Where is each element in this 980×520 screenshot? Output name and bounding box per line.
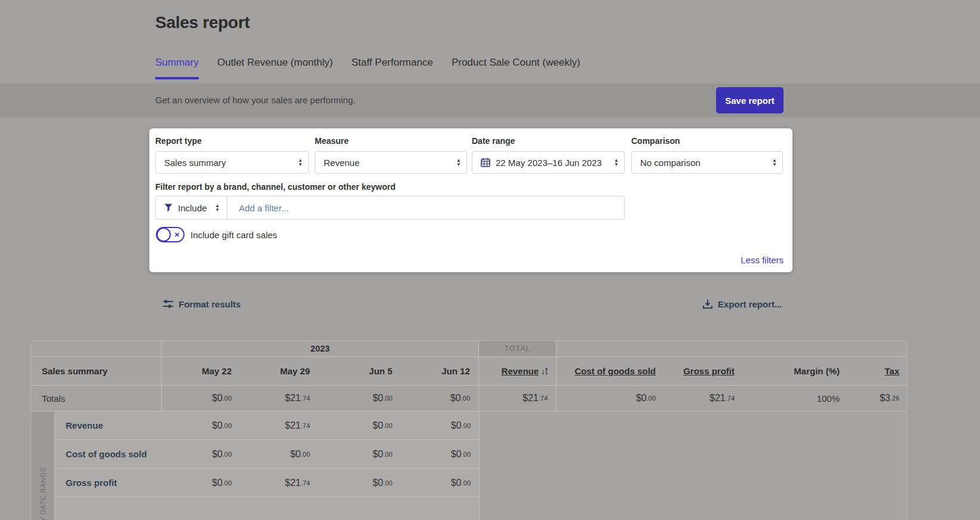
gross-may22: $0.00 (162, 469, 240, 497)
total-header: TOTAL (479, 341, 557, 357)
measure-field: Measure Revenue ▲▼ (315, 136, 467, 174)
comparison-label: Comparison (631, 136, 783, 146)
revenue-may29: $21.74 (240, 411, 318, 440)
gross-may29: $21.74 (240, 469, 318, 497)
less-filters-link[interactable]: Less filters (741, 255, 784, 265)
tab-staff-performance[interactable]: Staff Performance (351, 57, 433, 79)
revenue-jun5: $0.00 (318, 411, 401, 440)
report-type-label: Report type (155, 136, 309, 146)
add-filter-input[interactable] (228, 196, 624, 219)
measure-label: Measure (315, 136, 467, 146)
column-header-revenue[interactable]: Revenue ↓91 (479, 357, 557, 386)
row-label-cogs: Cost of goods sold (55, 440, 162, 469)
totals-tax: $3.26 (848, 386, 907, 411)
download-icon (703, 300, 712, 309)
description-banner: Get an overview of how your sales are pe… (0, 84, 980, 117)
totals-cogs: $0.00 (557, 386, 664, 411)
totals-may22: $0.00 (162, 386, 240, 411)
partial-row (55, 497, 162, 520)
report-type-select[interactable]: Sales summary ▲▼ (155, 151, 309, 174)
report-type-field: Report type Sales summary ▲▼ (155, 136, 309, 174)
date-range-label: Date range (472, 136, 625, 146)
stepper-icon: ▲▼ (215, 204, 220, 212)
partial-row (162, 497, 479, 520)
row-label-revenue: Revenue (55, 411, 162, 440)
date-range-field: Date range 22 May 2023–16 Jun 2023 ▲▼ (472, 136, 625, 174)
revenue-jun12: $0.00 (401, 411, 479, 440)
sliders-icon (163, 300, 173, 309)
header-right-spacer (557, 341, 907, 357)
tab-product-sale-count[interactable]: Product Sale Count (weekly) (451, 57, 580, 79)
cogs-may22: $0.00 (162, 440, 240, 469)
header-corner-spacer (31, 341, 162, 357)
format-results-button[interactable]: Format results (163, 299, 241, 309)
group-label-by-date-range: BY DATE RANGE (39, 467, 47, 520)
format-results-label: Format results (179, 299, 241, 309)
tab-outlet-revenue[interactable]: Outlet Revenue (monthly) (217, 57, 333, 79)
stepper-icon: ▲▼ (614, 158, 619, 167)
filter-mode-value: Include (178, 203, 207, 213)
column-header-tax[interactable]: Tax (848, 357, 907, 386)
revenue-sort-link[interactable]: Revenue (502, 366, 539, 376)
save-report-button[interactable]: Save report (716, 87, 784, 113)
column-header-may29: May 29 (240, 357, 318, 386)
totals-row-label: Totals (31, 386, 162, 411)
comparison-select[interactable]: No comparison ▲▼ (631, 151, 783, 174)
gross-jun12: $0.00 (401, 469, 479, 497)
totals-margin: 100% (743, 386, 848, 411)
export-report-label: Export report... (718, 299, 782, 309)
keyword-filter-label: Filter report by a brand, channel, custo… (155, 182, 395, 192)
keyword-filter-box: Include ▲▼ (155, 196, 625, 220)
gross-jun5: $0.00 (318, 469, 401, 497)
export-report-button[interactable]: Export report... (703, 299, 782, 309)
row-label-gross-profit: Gross profit (55, 469, 162, 497)
stepper-icon: ▲▼ (456, 158, 461, 167)
stepper-icon: ▲▼ (298, 158, 303, 167)
totals-gross-profit: $21.74 (664, 386, 743, 411)
calendar-icon (481, 158, 490, 167)
banner-description: Get an overview of how your sales are pe… (155, 95, 355, 105)
totals-total-revenue: $21.74 (479, 386, 557, 411)
report-type-value: Sales summary (164, 158, 226, 168)
column-header-jun5: Jun 5 (318, 357, 401, 386)
column-header-cogs[interactable]: Cost of goods sold (557, 357, 664, 386)
toggle-knob (156, 227, 171, 242)
gift-card-toggle-label: Include gift card sales (191, 230, 277, 240)
date-range-value: 22 May 2023–16 Jun 2023 (496, 158, 602, 168)
column-header-margin: Margin (%) (743, 357, 848, 386)
body-right-region (479, 411, 907, 520)
totals-jun12: $0.00 (401, 386, 479, 411)
year-header: 2023 (162, 341, 479, 357)
cogs-jun12: $0.00 (401, 440, 479, 469)
comparison-value: No comparison (640, 158, 701, 168)
column-header-may22: May 22 (162, 357, 240, 386)
cogs-may29: $0.00 (240, 440, 318, 469)
report-tabs: Summary Outlet Revenue (monthly) Staff P… (155, 57, 580, 79)
stepper-icon: ▲▼ (772, 158, 777, 167)
gift-card-toggle-row: ✕ Include gift card sales (156, 227, 277, 242)
group-strip: BY DATE RANGE (31, 411, 55, 520)
measure-value: Revenue (324, 158, 360, 168)
funnel-icon (164, 204, 173, 212)
tab-summary[interactable]: Summary (155, 57, 199, 79)
page-title: Sales report (155, 13, 250, 32)
filter-panel: Report type Sales summary ▲▼ Measure Rev… (149, 128, 792, 272)
measure-select[interactable]: Revenue ▲▼ (315, 151, 467, 174)
totals-may29: $21.74 (240, 386, 318, 411)
column-header-gross-profit[interactable]: Gross profit (664, 357, 743, 386)
cogs-jun5: $0.00 (318, 440, 401, 469)
table-title-cell: Sales summary (31, 357, 162, 386)
totals-jun5: $0.00 (318, 386, 401, 411)
revenue-may22: $0.00 (162, 411, 240, 440)
toggle-off-x-icon: ✕ (174, 231, 180, 239)
report-table: 2023 TOTAL Sales summary May 22 May 29 J… (30, 340, 907, 520)
filter-mode-select[interactable]: Include ▲▼ (156, 196, 228, 219)
comparison-field: Comparison No comparison ▲▼ (631, 136, 783, 174)
date-range-select[interactable]: 22 May 2023–16 Jun 2023 ▲▼ (472, 151, 625, 174)
sort-desc-icon: ↓91 (541, 367, 548, 376)
column-header-jun12: Jun 12 (401, 357, 479, 386)
sales-report-page: Sales report Summary Outlet Revenue (mon… (0, 0, 980, 520)
gift-card-toggle[interactable]: ✕ (156, 227, 185, 242)
